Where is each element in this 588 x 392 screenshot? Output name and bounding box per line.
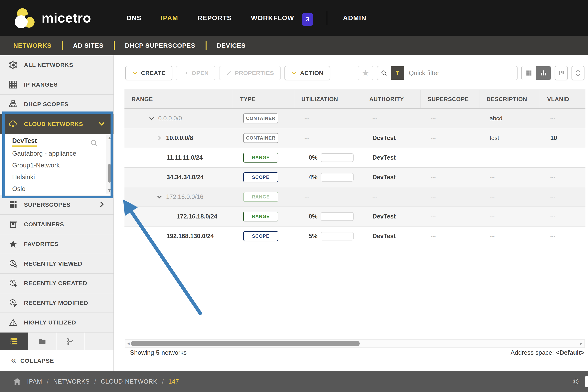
tab-folder-view[interactable] bbox=[28, 332, 56, 350]
address-space-label: Address space: bbox=[511, 349, 554, 356]
quick-filter-input[interactable] bbox=[404, 66, 517, 80]
scroll-left-icon[interactable]: ◄ bbox=[126, 342, 130, 346]
micetro-logo[interactable]: micetro bbox=[13, 6, 91, 30]
sidebar-item-dhcp-scopes[interactable]: DHCP SCOPES bbox=[0, 94, 114, 114]
cloud-network-gautaborg[interactable]: Gautaborg - appliance bbox=[0, 148, 114, 160]
cloud-network-helsinki[interactable]: Helsinki bbox=[0, 171, 114, 183]
sidebar-item-superscopes[interactable]: SUPERSCOPES bbox=[0, 195, 114, 215]
horizontal-scrollbar[interactable]: ◄ ► bbox=[125, 339, 585, 348]
top-item-ipam[interactable]: IPAM bbox=[161, 14, 178, 22]
properties-button[interactable]: PROPERTIES bbox=[219, 66, 280, 80]
utilization-percent: 0% bbox=[304, 213, 318, 220]
sidebar-item-ip-ranges[interactable]: IP RANGES bbox=[0, 75, 114, 94]
column-header-authority[interactable]: AUTHORITY bbox=[362, 90, 420, 108]
kanban-view-button[interactable] bbox=[555, 66, 568, 80]
column-header-superscope[interactable]: SUPERSCOPE bbox=[420, 90, 479, 108]
top-item-admin[interactable]: ADMIN bbox=[343, 14, 366, 22]
networks-sidebar: ALL NETWORKS IP RANGES bbox=[0, 55, 114, 371]
top-item-workflow[interactable]: WORKFLOW bbox=[251, 14, 294, 22]
showing-prefix: Showing bbox=[130, 349, 154, 356]
breadcrumb-cloud-network[interactable]: CLOUD-NETWORK bbox=[101, 378, 157, 385]
address-space-text[interactable]: Address space:<Default> bbox=[511, 349, 584, 356]
table-row[interactable]: 10.0.0.0/8 CONTAINER --- DevTest --- tes… bbox=[124, 128, 586, 148]
expander-collapse-icon[interactable] bbox=[148, 114, 156, 122]
tab-tree-view[interactable] bbox=[56, 332, 85, 350]
table-row[interactable]: 172.16.0.0/16 RANGE --- --- --- --- --- bbox=[124, 187, 586, 207]
sidebar-item-recently-viewed[interactable]: RECENTLY VIEWED bbox=[0, 254, 114, 274]
top-item-reports[interactable]: REPORTS bbox=[197, 14, 232, 22]
authority-value: DevTest bbox=[372, 174, 396, 181]
properties-button-label: PROPERTIES bbox=[235, 70, 274, 76]
view-mode-toggle bbox=[521, 66, 551, 80]
column-header-vlanid[interactable]: VLANID bbox=[540, 90, 586, 108]
column-header-description[interactable]: DESCRIPTION bbox=[479, 90, 540, 108]
networks-table: RANGE TYPE UTILIZATION AUTHORITY SUPERSC… bbox=[124, 90, 586, 246]
breadcrumb-ipam[interactable]: IPAM bbox=[27, 378, 42, 385]
scroll-up-icon[interactable]: ▲ bbox=[106, 136, 113, 140]
empty-value: --- bbox=[490, 175, 495, 180]
create-button[interactable]: CREATE bbox=[125, 66, 172, 80]
sidebar-item-highly-utilized[interactable]: HIGHLY UTILIZED bbox=[0, 313, 114, 332]
type-badge: RANGE bbox=[243, 212, 278, 222]
action-button[interactable]: ACTION bbox=[284, 66, 330, 80]
expander-collapse-icon[interactable] bbox=[156, 193, 163, 201]
sidebar-item-recently-created[interactable]: RECENTLY CREATED bbox=[0, 274, 114, 293]
column-header-utilization[interactable]: UTILIZATION bbox=[294, 90, 362, 108]
column-header-type[interactable]: TYPE bbox=[233, 90, 294, 108]
copyright-icon[interactable]: © bbox=[573, 378, 578, 386]
table-row[interactable]: 0.0.0.0/0 CONTAINER --- --- --- abcd --- bbox=[124, 109, 586, 128]
home-icon[interactable] bbox=[12, 377, 22, 386]
range-value: 0.0.0.0/0 bbox=[158, 115, 182, 122]
scroll-right-icon[interactable]: ► bbox=[579, 342, 583, 346]
subnav-devices[interactable]: DEVICES bbox=[217, 42, 246, 49]
table-row[interactable]: 192.168.130.0/24 SCOPE 5% DevTest --- --… bbox=[124, 226, 586, 246]
search-icon[interactable] bbox=[90, 138, 98, 148]
sidebar-item-recently-modified[interactable]: RECENTLY MODIFIED bbox=[0, 293, 114, 313]
tab-list-view[interactable] bbox=[0, 332, 28, 350]
grid-filled-icon bbox=[8, 200, 18, 210]
scrollbar-thumb[interactable] bbox=[131, 341, 360, 346]
table-row[interactable]: 34.34.34.0/24 SCOPE 4% DevTest --- --- -… bbox=[124, 168, 586, 187]
empty-value: --- bbox=[431, 194, 436, 200]
sidebar-item-all-networks[interactable]: ALL NETWORKS bbox=[0, 55, 114, 75]
favorite-button[interactable]: ★ bbox=[358, 66, 373, 80]
top-item-dns[interactable]: DNS bbox=[127, 14, 142, 22]
empty-value: --- bbox=[490, 194, 495, 200]
tree-view-button[interactable] bbox=[536, 66, 551, 80]
table-row[interactable]: 11.11.11.0/24 RANGE 0% DevTest --- --- -… bbox=[124, 148, 586, 168]
search-icon[interactable] bbox=[377, 66, 391, 80]
workflow-count-badge[interactable]: 3 bbox=[302, 13, 313, 26]
utilization-bar bbox=[320, 153, 354, 162]
star-icon bbox=[8, 239, 18, 249]
kanban-icon bbox=[558, 70, 565, 76]
chevron-down-icon bbox=[132, 70, 138, 76]
collapse-sidebar-button[interactable]: « COLLAPSE bbox=[0, 350, 114, 371]
column-header-range[interactable]: RANGE bbox=[124, 90, 233, 108]
clock-pencil-icon bbox=[8, 298, 18, 308]
clock-search-icon bbox=[8, 259, 18, 268]
table-row[interactable]: 172.16.18.0/24 RANGE 0% DevTest --- --- … bbox=[124, 207, 586, 226]
empty-value: --- bbox=[431, 175, 436, 180]
empty-value: --- bbox=[431, 155, 436, 160]
scrollbar-thumb[interactable] bbox=[108, 164, 111, 182]
subnav-networks[interactable]: NETWORKS bbox=[13, 42, 52, 49]
empty-value: --- bbox=[304, 116, 310, 121]
subnav-separator bbox=[62, 41, 63, 50]
cloud-network-oslo[interactable]: Oslo bbox=[0, 183, 114, 195]
sidebar-item-favorites[interactable]: FAVORITES bbox=[0, 234, 114, 254]
expander-expand-icon[interactable] bbox=[156, 134, 163, 142]
subnav-ad-sites[interactable]: AD SITES bbox=[73, 42, 104, 49]
sidebar-item-containers[interactable]: CONTAINERS bbox=[0, 215, 114, 234]
refresh-button[interactable] bbox=[572, 66, 584, 80]
filter-funnel-icon[interactable] bbox=[391, 66, 404, 80]
scroll-down-icon[interactable]: ▼ bbox=[106, 188, 113, 193]
subnav-dhcp-superscopes[interactable]: DHCP SUPERSCOPES bbox=[125, 42, 195, 49]
flat-view-button[interactable] bbox=[522, 66, 536, 80]
cloud-network-label: DevTest bbox=[12, 137, 37, 147]
cloud-network-group1[interactable]: Group1-Network bbox=[0, 160, 114, 171]
cloud-list-scrollbar[interactable]: ▲ ▼ bbox=[106, 135, 113, 194]
sidebar-item-cloud-networks[interactable]: CLOUD NETWORKS bbox=[0, 114, 114, 134]
grid-view-icon bbox=[525, 70, 532, 76]
open-button[interactable]: OPEN bbox=[176, 66, 215, 80]
breadcrumb-networks[interactable]: NETWORKS bbox=[53, 378, 90, 385]
